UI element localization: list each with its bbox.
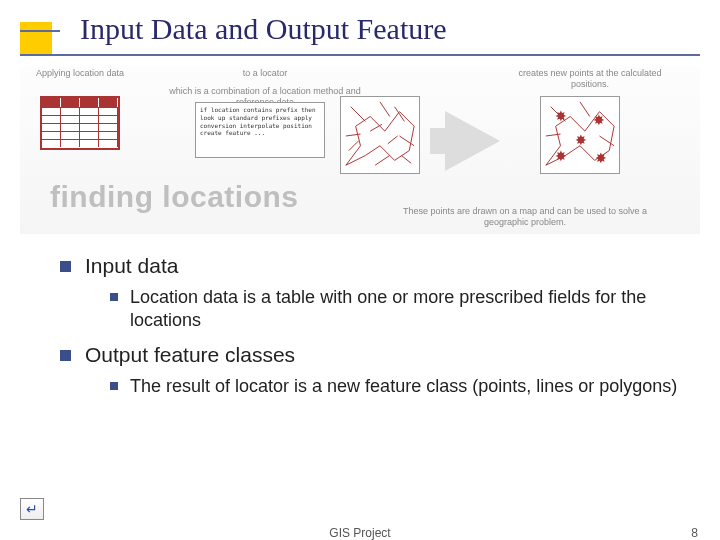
bullet-text: Output feature classes — [85, 343, 295, 367]
pseudocode-box: if location contains prefix then look up… — [195, 102, 325, 158]
square-bullet-icon — [60, 350, 71, 361]
reference-map-icon — [340, 96, 420, 174]
return-arrow-icon: ↵ — [26, 501, 38, 517]
accent-line-short — [20, 30, 60, 32]
star-icon: ✸ — [593, 113, 605, 127]
bullet-level1: Output feature classes — [60, 343, 680, 367]
diagram-label-to: to a locator — [230, 68, 300, 79]
diagram-label-apply: Applying location data — [30, 68, 130, 79]
square-bullet-icon — [110, 293, 118, 301]
return-icon[interactable]: ↵ — [20, 498, 44, 520]
diagram-label-drawn: These points are drawn on a map and can … — [395, 206, 655, 228]
finding-locations-banner: finding locations — [50, 180, 299, 214]
accent-line — [20, 54, 700, 56]
page-number: 8 — [691, 526, 698, 540]
bullet-level2: The result of locator is a new feature c… — [110, 375, 680, 398]
square-bullet-icon — [60, 261, 71, 272]
bullet-level2: Location data is a table with one or mor… — [110, 286, 680, 331]
slide-title: Input Data and Output Feature — [80, 12, 447, 46]
title-bar: Input Data and Output Feature — [0, 0, 720, 58]
footer-project: GIS Project — [329, 526, 390, 540]
output-map-icon: ✸ ✸ ✸ ✸ ✸ — [540, 96, 620, 174]
star-icon: ✸ — [555, 109, 567, 123]
bullet-level1: Input data — [60, 254, 680, 278]
diagram-label-create: creates new points at the calculated pos… — [510, 68, 670, 90]
bullet-text: Input data — [85, 254, 178, 278]
bullet-text: The result of locator is a new feature c… — [130, 375, 677, 398]
star-icon: ✸ — [595, 151, 607, 165]
accent-square — [20, 22, 52, 54]
slide-body: Input data Location data is a table with… — [0, 234, 720, 398]
star-icon: ✸ — [575, 133, 587, 147]
square-bullet-icon — [110, 382, 118, 390]
bullet-text: Location data is a table with one or mor… — [130, 286, 680, 331]
process-diagram: Applying location data to a locator whic… — [20, 66, 700, 234]
arrow-icon — [445, 111, 500, 171]
table-icon — [40, 96, 120, 150]
star-icon: ✸ — [555, 149, 567, 163]
